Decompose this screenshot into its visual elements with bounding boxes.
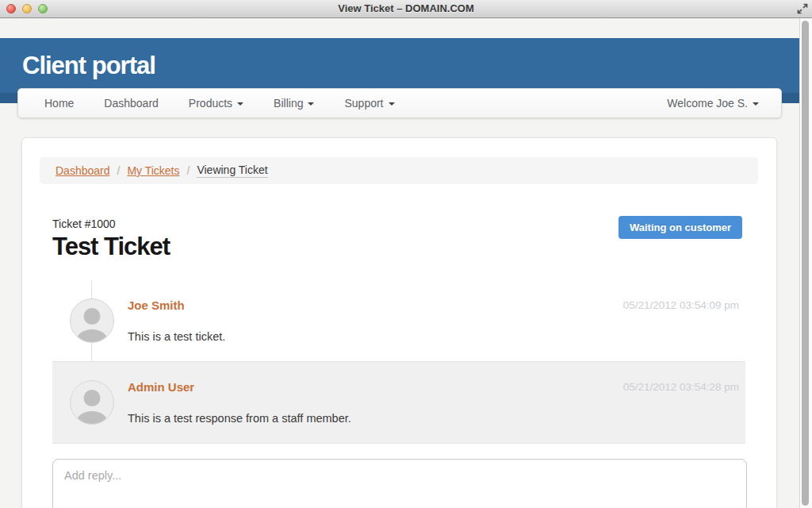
breadcrumb-dashboard[interactable]: Dashboard [56,164,110,177]
nav-label: Billing [274,97,303,110]
ticket-card: Dashboard / My Tickets / Viewing Ticket … [21,137,777,508]
page-title: Test Ticket [52,234,170,260]
user-menu[interactable]: Welcome Joe S. [652,89,770,117]
message-body: This is a test ticket. [128,330,737,343]
person-icon [77,329,107,343]
nav-item-products[interactable]: Products [174,89,259,117]
nav-label: Dashboard [104,97,159,110]
app-window: View Ticket – DOMAIN.COM Client portal H… [0,0,812,508]
ticket-heading-group: Ticket #1000 Test Ticket [52,217,170,260]
browser-content: Client portal Home Dashboard Products Bi… [0,18,812,508]
person-icon [84,390,101,406]
nav-item-dashboard[interactable]: Dashboard [89,89,174,117]
message-timestamp: 05/21/2012 03:54:28 pm [623,381,739,393]
message-thread: Joe Smith 05/21/2012 03:54:09 pm This is… [52,280,745,444]
ticket-id: Ticket #1000 [52,217,170,230]
chevron-down-icon [237,102,243,106]
brand-header: Client portal [0,38,799,93]
person-icon [77,411,107,425]
breadcrumb-separator: / [187,164,190,177]
reply-input[interactable] [52,459,747,508]
main-navbar: Home Dashboard Products Billing Support [17,88,782,118]
avatar [70,298,114,343]
breadcrumb-my-tickets[interactable]: My Tickets [127,164,179,177]
scrollbar-thumb[interactable] [802,21,809,506]
vertical-scrollbar[interactable] [799,18,812,508]
nav-item-billing[interactable]: Billing [259,89,329,117]
titlebar: View Ticket – DOMAIN.COM [0,0,812,18]
window-title: View Ticket – DOMAIN.COM [0,0,812,17]
nav-label: Products [189,97,232,110]
breadcrumb: Dashboard / My Tickets / Viewing Ticket [40,157,758,184]
breadcrumb-separator: / [117,164,121,177]
breadcrumb-current: Viewing Ticket [197,164,267,178]
brand-title: Client portal [22,52,155,80]
message-row: Admin User 05/21/2012 03:54:28 pm This i… [52,361,745,444]
page: Client portal Home Dashboard Products Bi… [0,18,799,508]
nav-label: Support [344,97,383,110]
nav-item-support[interactable]: Support [329,89,409,117]
message-body: This is a test response from a staff mem… [128,412,737,425]
chevron-down-icon [753,102,759,106]
nav-item-home[interactable]: Home [29,89,89,117]
message-timestamp: 05/21/2012 03:54:09 pm [623,299,739,311]
chevron-down-icon [389,102,395,106]
resize-icon[interactable] [797,3,808,14]
ticket-header: Ticket #1000 Test Ticket Waiting on cust… [52,217,746,260]
nav-label: Home [44,97,74,110]
avatar [70,380,114,425]
chevron-down-icon [308,102,314,106]
user-menu-label: Welcome Joe S. [667,97,748,110]
person-icon [84,308,101,325]
status-badge: Waiting on customer [619,216,742,239]
message-row: Joe Smith 05/21/2012 03:54:09 pm This is… [52,280,745,361]
